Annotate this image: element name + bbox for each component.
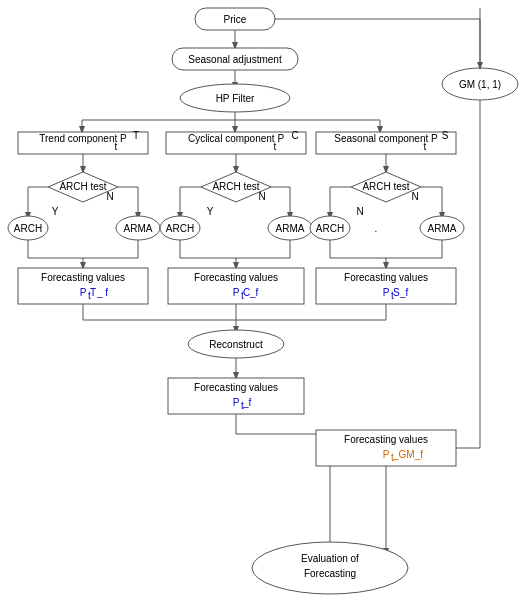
arch-test1-label: ARCH test — [59, 181, 106, 192]
cyclical-superscript: C — [291, 130, 298, 141]
eval-line1: Evaluation of — [301, 553, 359, 564]
dot-separator: . — [375, 223, 378, 234]
yn1-y: Y — [52, 206, 59, 217]
forecast2-label: Forecasting values — [194, 272, 278, 283]
reconstruct-label: Reconstruct — [209, 339, 263, 350]
yn2-y: Y — [207, 206, 214, 217]
seasonal-adj-label: Seasonal adjustment — [188, 54, 282, 65]
forecast-main-label: Forecasting values — [194, 382, 278, 393]
seasonal-superscript: S — [442, 130, 449, 141]
yn3-n: N — [411, 191, 418, 202]
forecast3-sub: P — [383, 287, 390, 298]
forecast1-sub4: t — [88, 290, 91, 301]
hp-filter-label: HP Filter — [216, 93, 255, 104]
cyclical-label: Cyclical component P — [188, 133, 284, 144]
seasonal-label: Seasonal component P — [334, 133, 438, 144]
forecast-gm-label: Forecasting values — [344, 434, 428, 445]
forecast3-t: t — [391, 290, 394, 301]
forecast-gm-sub: P — [383, 449, 390, 460]
forecast2-t: t — [241, 290, 244, 301]
arma3-label: ARMA — [428, 223, 457, 234]
forecast-main-sub: P — [233, 397, 240, 408]
eval-line2: Forecasting — [304, 568, 356, 579]
forecast-gm-sub2: _GM_f — [392, 449, 423, 460]
forecast2-f: _f — [249, 287, 259, 298]
arch1-label: ARCH — [14, 223, 42, 234]
forecast1-label: Forecasting values — [41, 272, 125, 283]
forecast1-sub3: _ f — [96, 287, 108, 298]
cyclical-subscript: t — [274, 141, 277, 152]
arch2-label: ARCH — [166, 223, 194, 234]
arch-test2-label: ARCH test — [212, 181, 259, 192]
price-label: Price — [224, 14, 247, 25]
seasonal-subscript: t — [424, 141, 427, 152]
trend-superscript: T — [133, 130, 139, 141]
forecast3-f: _f — [399, 287, 409, 298]
trend-subscript: t — [115, 141, 118, 152]
gm-label: GM (1, 1) — [459, 79, 501, 90]
arch3-label: ARCH — [316, 223, 344, 234]
yn1-n: N — [106, 191, 113, 202]
forecast3-sup: S — [393, 287, 400, 298]
flowchart-container: Price Seasonal adjustment HP Filter Tren… — [0, 0, 532, 603]
forecast-gm-t: t — [391, 452, 394, 463]
forecast-main-t: t — [241, 400, 244, 411]
forecast3-label: Forecasting values — [344, 272, 428, 283]
forecast1-sub: P — [80, 287, 87, 298]
forecast2-sub: P — [233, 287, 240, 298]
forecast1-sub2: T — [90, 287, 96, 298]
yn2-n: N — [258, 191, 265, 202]
yn3-n-left: N — [356, 206, 363, 217]
arch-test3-label: ARCH test — [362, 181, 409, 192]
arma1-label: ARMA — [124, 223, 153, 234]
arma2-label: ARMA — [276, 223, 305, 234]
